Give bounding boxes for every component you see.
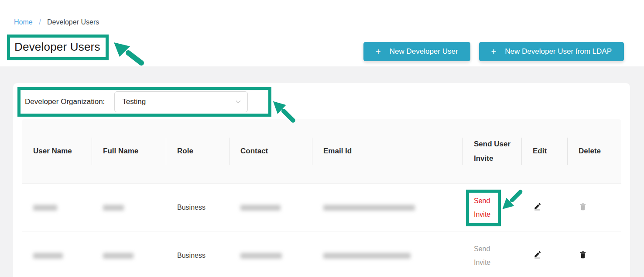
cell-email-blurred — [312, 184, 462, 232]
cell-edit — [521, 184, 567, 232]
breadcrumb-separator: / — [39, 18, 41, 26]
selected-organization: Testing — [122, 97, 146, 106]
cell-edit — [521, 232, 567, 277]
page-title-highlight-box: Developer Users — [7, 35, 109, 60]
cell-email-blurred — [312, 232, 462, 277]
new-developer-user-label: New Developer User — [390, 47, 458, 56]
table-row: Business Send Invite — [22, 232, 621, 277]
new-developer-user-ldap-label: New Developer User from LDAP — [505, 47, 612, 56]
table-row: Business Send Invite — [22, 184, 621, 232]
edit-button[interactable] — [533, 250, 542, 261]
developer-users-table: User Name Full Name Role Contact Email I… — [22, 119, 621, 277]
header-email-id: Email Id — [312, 119, 462, 184]
delete-button-disabled — [579, 202, 587, 212]
header-role: Role — [166, 119, 229, 184]
cell-user-name-blurred — [22, 232, 92, 277]
cell-user-name-blurred — [22, 184, 92, 232]
cell-delete — [567, 232, 621, 277]
page-title: Developer Users — [10, 38, 106, 57]
table-header-row: User Name Full Name Role Contact Email I… — [22, 119, 621, 184]
new-developer-user-ldap-button[interactable]: + New Developer User from LDAP — [479, 42, 624, 61]
header-full-name: Full Name — [92, 119, 166, 184]
header-user-name: User Name — [22, 119, 92, 184]
header-edit: Edit — [521, 119, 567, 184]
cell-send-invite: Send Invite — [462, 232, 521, 277]
header-delete: Delete — [567, 119, 621, 184]
send-invite-link-disabled: Send Invite — [474, 242, 502, 269]
breadcrumb-home-link[interactable]: Home — [14, 18, 33, 26]
annotation-arrow-title — [112, 41, 147, 66]
content-background: Developer Organization: Testing User Nam… — [0, 66, 644, 277]
plus-icon: + — [376, 47, 381, 57]
new-developer-user-button[interactable]: + New Developer User — [363, 42, 470, 61]
cell-role: Business — [166, 232, 229, 277]
delete-button[interactable] — [579, 250, 587, 260]
breadcrumb-current: Developer Users — [47, 18, 99, 26]
developer-organization-label: Developer Organization: — [25, 97, 105, 106]
content-panel: Developer Organization: Testing User Nam… — [13, 83, 630, 277]
edit-button[interactable] — [533, 202, 542, 213]
header-send-user-invite: Send User Invite — [462, 119, 521, 184]
cell-role: Business — [166, 184, 229, 232]
chevron-down-icon — [235, 99, 241, 105]
pencil-icon — [533, 202, 542, 213]
header-actions: + New Developer User + New Developer Use… — [363, 42, 624, 61]
cell-full-name-blurred — [92, 232, 166, 277]
pencil-icon — [533, 250, 542, 261]
cell-contact-blurred — [229, 184, 312, 232]
send-invite-link[interactable]: Send Invite — [474, 194, 502, 221]
cell-send-invite: Send Invite — [462, 184, 521, 232]
trash-icon — [579, 250, 587, 260]
cell-delete — [567, 184, 621, 232]
trash-icon — [579, 202, 587, 212]
breadcrumb: Home / Developer Users — [14, 18, 99, 26]
developer-organization-filter: Developer Organization: Testing — [13, 87, 248, 117]
plus-icon: + — [491, 47, 497, 57]
cell-full-name-blurred — [92, 184, 166, 232]
header-contact: Contact — [229, 119, 312, 184]
developer-organization-select[interactable]: Testing — [114, 91, 248, 112]
cell-contact-blurred — [229, 232, 312, 277]
